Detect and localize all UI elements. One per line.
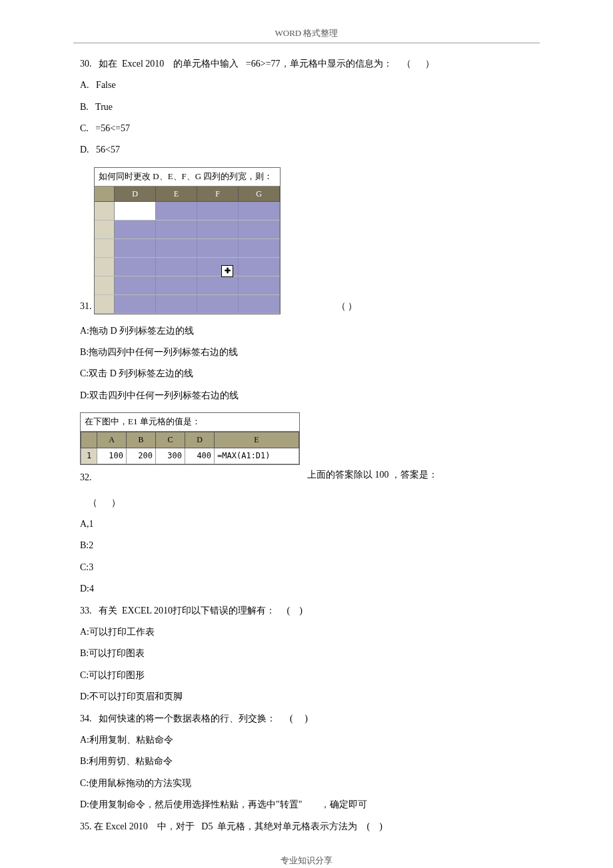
q32-option-c: C:3 <box>80 560 533 575</box>
excel1-corner <box>95 187 115 201</box>
page-header: WORD 格式整理 <box>73 27 540 43</box>
document-body: 30. 如在 Excel 2010 的单元格中输入 =66>=77，单元格中显示… <box>0 57 613 834</box>
excel1-col-f: F <box>197 187 239 201</box>
q31-num: 31. <box>80 299 92 314</box>
q31-option-c: C:双击 D 列列标签左边的线 <box>80 366 533 381</box>
excel2-col-b: B <box>127 432 156 448</box>
q34-option-c: C:使用鼠标拖动的方法实现 <box>80 776 533 791</box>
q33-option-a: A:可以打印工作表 <box>80 625 533 640</box>
excel-screenshot-columns: 如何同时更改 D、E、F、G 四列的列宽，则： D E F G ✚ <box>94 167 281 314</box>
q31-option-a: A:拖动 D 列列标签左边的线 <box>80 324 533 338</box>
q35-prompt: 35. 在 Excel 2010 中，对于 D5 单元格，其绝对单元格表示方法为… <box>80 819 533 834</box>
excel2-e1: =MAX(A1:D1) <box>215 448 299 464</box>
excel1-col-e: E <box>156 187 197 201</box>
page-footer: 专业知识分享 <box>0 854 613 868</box>
q32-option-d: D:4 <box>80 582 533 596</box>
q34-option-d: D:使用复制命令，然后使用选择性粘贴，再选中"转置" ，确定即可 <box>80 797 533 812</box>
q32-option-a: A,1 <box>80 517 533 532</box>
q30-option-c: C. =56<=57 <box>80 121 533 136</box>
excel2-col-e: E <box>215 432 299 448</box>
q33-option-b: B:可以打印图表 <box>80 646 533 661</box>
q32-option-b: B:2 <box>80 538 533 553</box>
q30-option-a: A. False <box>80 78 533 93</box>
excel2-col-c: C <box>156 432 185 448</box>
excel1-col-d: D <box>115 187 156 201</box>
q31-paren: （ ） <box>336 299 358 314</box>
excel2-col-d: D <box>185 432 215 448</box>
q31-option-b: B:拖动四列中任何一列列标签右边的线 <box>80 345 533 360</box>
q30-prompt: 30. 如在 Excel 2010 的单元格中输入 =66>=77，单元格中显示… <box>80 57 533 71</box>
q30-option-d: D. 56<57 <box>80 143 533 157</box>
q32-paren: （ ） <box>88 496 533 510</box>
q33-option-c: C:可以打印图形 <box>80 668 533 683</box>
q33-prompt: 33. 有关 EXCEL 2010打印以下错误的理解有： ( ) <box>80 604 533 618</box>
excel2-col-a: A <box>97 432 127 448</box>
excel2-d1: 400 <box>185 448 215 464</box>
excel2-row1-num: 1 <box>81 448 97 464</box>
excel1-col-g: G <box>239 187 280 201</box>
excel2-b1: 200 <box>127 448 156 464</box>
excel-screenshot-max: 在下图中，E1 单元格的值是： A B C D E 1 100 200 300 … <box>80 412 300 465</box>
q34-option-b: B:利用剪切、粘贴命令 <box>80 754 533 769</box>
q34-prompt: 34. 如何快速的将一个数据表格的行、列交换： ( ) <box>80 711 533 726</box>
excel2-corner <box>81 432 97 448</box>
q30-option-b: B. True <box>80 100 533 115</box>
excel2-title: 在下图中，E1 单元格的值是： <box>81 413 299 432</box>
plus-cursor-icon: ✚ <box>221 265 233 277</box>
q33-option-d: D:不可以打印页眉和页脚 <box>80 689 533 704</box>
q32-num: 32. <box>80 470 92 485</box>
excel1-title: 如何同时更改 D、E、F、G 四列的列宽，则： <box>95 168 280 187</box>
q31-option-d: D:双击四列中任何一列列标签右边的线 <box>80 388 533 403</box>
excel2-a1: 100 <box>97 448 127 464</box>
q34-option-a: A:利用复制、粘贴命令 <box>80 733 533 747</box>
q32-tail: 上面的答案除以 100 ，答案是： <box>307 468 438 482</box>
excel2-c1: 300 <box>156 448 185 464</box>
